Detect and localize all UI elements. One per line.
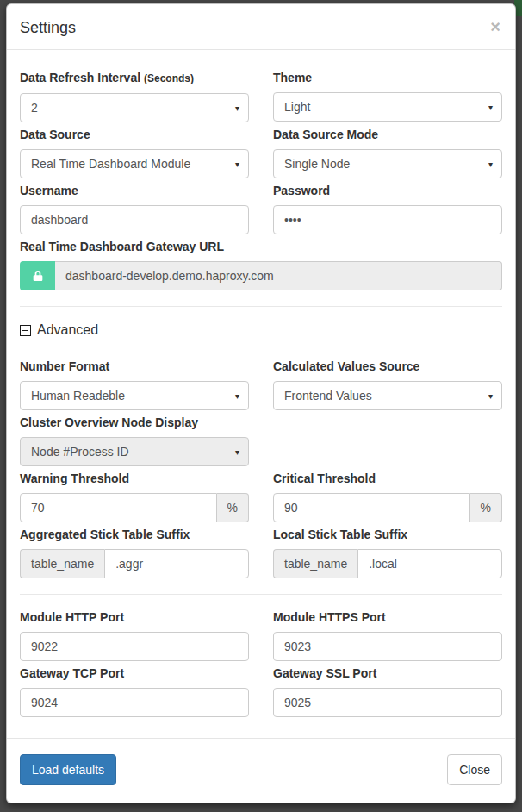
field-number-format: Number Format Human Readeble ▾ (20, 359, 249, 410)
module-https-port-input[interactable] (273, 632, 502, 661)
calculated-values-source-select[interactable]: Frontend Values ▾ (273, 381, 502, 410)
password-label: Password (273, 184, 502, 198)
table-name-addon: table_name (20, 549, 104, 578)
gateway-url-group (20, 261, 502, 290)
field-critical-threshold: Critical Threshold % (273, 472, 502, 522)
critical-threshold-input[interactable] (273, 493, 470, 522)
close-button[interactable]: Close (447, 754, 502, 785)
chevron-down-icon: ▾ (235, 391, 239, 401)
username-label: Username (20, 184, 249, 198)
chevron-down-icon: ▾ (235, 159, 239, 169)
modal-header: Settings × (7, 4, 515, 50)
chevron-down-icon: ▾ (488, 159, 493, 169)
settings-modal: Settings × Data Refresh Interval (Second… (6, 3, 516, 803)
section-divider (20, 306, 502, 307)
local-stick-table-suffix-input[interactable] (357, 549, 502, 578)
modal-body: Data Refresh Interval (Seconds) 2 ▾ Them… (7, 50, 515, 738)
username-input[interactable] (20, 205, 249, 234)
field-theme: Theme Light ▾ (273, 71, 502, 122)
module-http-port-input[interactable] (20, 632, 249, 661)
aggregated-stick-table-suffix-label: Aggregated Stick Table Suffix (20, 528, 249, 542)
lock-icon (20, 261, 55, 290)
field-data-source: Data Source Real Time Dashboard Module ▾ (20, 128, 249, 178)
field-local-stick-table-suffix: Local Stick Table Suffix table_name (273, 528, 502, 578)
warning-threshold-input[interactable] (20, 493, 217, 522)
field-module-http-port: Module HTTP Port (20, 610, 249, 661)
field-gateway-tcp-port: Gateway TCP Port (20, 666, 249, 717)
close-icon[interactable]: × (488, 18, 502, 35)
advanced-section-toggle[interactable]: Advanced (20, 322, 502, 338)
critical-threshold-label: Critical Threshold (273, 472, 502, 486)
number-format-label: Number Format (20, 359, 249, 374)
chevron-down-icon: ▾ (235, 103, 239, 113)
gateway-url-input (55, 261, 502, 290)
local-stick-table-suffix-group: table_name (273, 549, 502, 578)
cluster-overview-node-display-label: Cluster Overview Node Display (20, 415, 249, 430)
cluster-overview-node-display-select: Node #Process ID ▾ (20, 437, 249, 466)
aggregated-stick-table-suffix-input[interactable] (104, 549, 249, 578)
warning-threshold-group: % (20, 493, 249, 522)
calculated-values-source-label: Calculated Values Source (273, 359, 502, 374)
gateway-ssl-port-input[interactable] (273, 688, 502, 717)
section-divider (20, 594, 502, 595)
theme-label: Theme (273, 71, 502, 85)
field-cluster-overview-node-display: Cluster Overview Node Display Node #Proc… (20, 415, 249, 466)
data-refresh-interval-unit: (Seconds) (144, 72, 194, 84)
module-http-port-label: Module HTTP Port (20, 610, 249, 625)
field-aggregated-stick-table-suffix: Aggregated Stick Table Suffix table_name (20, 528, 249, 578)
modal-title: Settings (20, 18, 76, 38)
advanced-label: Advanced (37, 322, 98, 338)
field-data-refresh-interval: Data Refresh Interval (Seconds) 2 ▾ (20, 71, 249, 122)
field-data-source-mode: Data Source Mode Single Node ▾ (273, 128, 502, 178)
data-refresh-interval-label: Data Refresh Interval (Seconds) (20, 71, 249, 86)
modal-footer: Load defaults Close (7, 738, 515, 803)
collapse-minus-icon (20, 325, 31, 336)
field-module-https-port: Module HTTPS Port (273, 610, 502, 661)
chevron-down-icon: ▾ (488, 391, 493, 401)
password-input[interactable] (273, 205, 502, 234)
gateway-url-label: Real Time Dashboard Gateway URL (20, 240, 502, 254)
number-format-select[interactable]: Human Readeble ▾ (20, 381, 249, 410)
field-gateway-url: Real Time Dashboard Gateway URL (20, 240, 502, 290)
aggregated-stick-table-suffix-group: table_name (20, 549, 249, 578)
field-warning-threshold: Warning Threshold % (20, 472, 249, 522)
gateway-tcp-port-label: Gateway TCP Port (20, 666, 249, 681)
gateway-tcp-port-input[interactable] (20, 688, 249, 717)
data-source-label: Data Source (20, 128, 249, 142)
gateway-ssl-port-label: Gateway SSL Port (273, 666, 502, 681)
chevron-down-icon: ▾ (488, 103, 493, 112)
data-source-mode-label: Data Source Mode (273, 128, 502, 142)
module-https-port-label: Module HTTPS Port (273, 610, 502, 625)
warning-threshold-label: Warning Threshold (20, 472, 249, 486)
percent-addon: % (217, 493, 249, 522)
theme-select[interactable]: Light ▾ (273, 92, 502, 122)
data-refresh-interval-select[interactable]: 2 ▾ (20, 93, 249, 122)
field-username: Username (20, 184, 249, 234)
data-source-mode-select[interactable]: Single Node ▾ (273, 149, 502, 178)
critical-threshold-group: % (273, 493, 502, 522)
data-source-select[interactable]: Real Time Dashboard Module ▾ (20, 149, 249, 178)
chevron-down-icon: ▾ (235, 447, 239, 457)
load-defaults-button[interactable]: Load defaults (20, 754, 116, 785)
field-calculated-values-source: Calculated Values Source Frontend Values… (273, 359, 502, 410)
table-name-addon: table_name (273, 549, 357, 578)
percent-addon: % (470, 493, 502, 522)
local-stick-table-suffix-label: Local Stick Table Suffix (273, 528, 502, 542)
field-password: Password (273, 184, 502, 234)
field-gateway-ssl-port: Gateway SSL Port (273, 666, 502, 717)
